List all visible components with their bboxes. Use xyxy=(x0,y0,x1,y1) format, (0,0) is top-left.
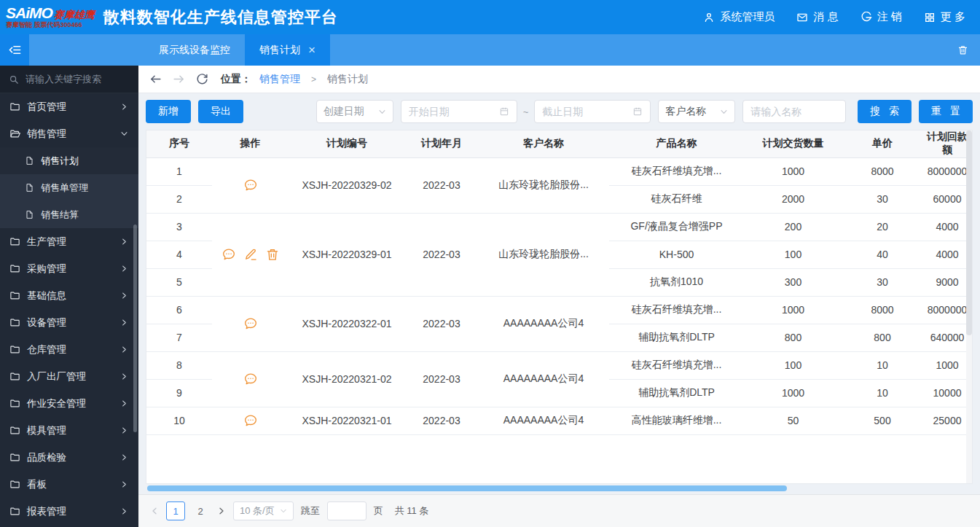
page-button-1[interactable]: 1 xyxy=(166,501,185,520)
column-header: 产品名称 xyxy=(609,130,744,157)
close-all-tabs-button[interactable] xyxy=(946,34,980,66)
cell-qty: 2000 xyxy=(744,185,842,213)
reset-button[interactable]: 重 置 xyxy=(919,100,973,123)
search-input[interactable] xyxy=(26,74,130,85)
search-button[interactable]: 搜 索 xyxy=(858,100,912,123)
chevron-down-icon xyxy=(120,130,128,138)
breadcrumb-current: 销售计划 xyxy=(327,73,368,86)
date-range-separator: ~ xyxy=(523,106,529,117)
cell-customer: AAAAAAAA公司4 xyxy=(478,351,609,407)
jump-page-input[interactable] xyxy=(327,501,366,520)
sidebar-item-sales-plan[interactable]: 销售计划 xyxy=(0,147,138,174)
folder-icon xyxy=(9,263,20,274)
folder-icon xyxy=(9,344,20,355)
cell-index: 6 xyxy=(146,296,212,324)
cell-amount: 25000 xyxy=(922,407,972,434)
horizontal-scrollbar-thumb[interactable] xyxy=(147,485,787,491)
sidebar-search xyxy=(0,66,138,93)
sidebar-item-basic-info[interactable]: 基础信息 xyxy=(0,282,138,309)
sidebar-item-warehouse-mgmt[interactable]: 仓库管理 xyxy=(0,336,138,363)
logout-button[interactable]: 注 销 xyxy=(861,10,902,24)
tab-label: 展示线设备监控 xyxy=(159,44,230,57)
sidebar-item-gate-mgmt[interactable]: 入厂出厂管理 xyxy=(0,363,138,390)
comment-icon[interactable] xyxy=(243,413,258,428)
cell-amount: 8000000 xyxy=(922,157,972,185)
sidebar-item-equipment-mgmt[interactable]: 设备管理 xyxy=(0,309,138,336)
logout-icon xyxy=(861,12,872,23)
system-admin-button[interactable]: 系统管理员 xyxy=(703,10,775,24)
sidebar: 首页管理销售管理销售计划销售单管理销售结算生产管理采购管理基础信息设备管理仓库管… xyxy=(0,66,138,527)
page-title: 散料数智化生产线信息管控平台 xyxy=(103,7,338,28)
vertical-scrollbar-thumb[interactable] xyxy=(966,130,972,335)
cell-plan-month: 2022-03 xyxy=(405,296,478,351)
app-window: SAiMO 赛摩雄鹰 赛摩智能 股票代码300466 散料数智化生产线信息管控平… xyxy=(0,0,980,527)
comment-icon[interactable] xyxy=(243,178,258,192)
tabbar-spacer xyxy=(330,34,946,66)
more-button[interactable]: 更 多 xyxy=(924,10,965,24)
tab-sales-plan[interactable]: 销售计划× xyxy=(245,34,330,66)
chevron-down-icon xyxy=(720,108,728,116)
sidebar-item-label: 仓库管理 xyxy=(27,343,66,356)
prev-page-icon[interactable] xyxy=(150,507,159,515)
cell-amount: 8000000 xyxy=(922,296,972,324)
sidebar-item-work-safety-mgmt[interactable]: 作业安全管理 xyxy=(0,390,138,417)
end-date-input[interactable] xyxy=(542,106,628,117)
sidebar-item-sales-mgmt[interactable]: 销售管理 xyxy=(0,120,138,147)
add-button[interactable]: 新增 xyxy=(146,100,191,123)
total-count-label: 共 11 条 xyxy=(395,504,429,518)
sidebar-item-report-mgmt[interactable]: 报表管理 xyxy=(0,498,138,525)
sidebar-item-purchase-mgmt[interactable]: 采购管理 xyxy=(0,255,138,282)
folder-icon xyxy=(9,371,20,382)
chevron-right-icon xyxy=(120,453,128,461)
chevron-down-icon xyxy=(280,507,287,515)
breadcrumb: 位置： 销售管理 > 销售计划 xyxy=(138,66,980,93)
column-header: 计划编号 xyxy=(289,130,405,157)
cell-product: 辅助抗氧剂DLTP xyxy=(609,324,744,351)
page-size-select[interactable]: 10 条/页 xyxy=(233,501,294,520)
export-button[interactable]: 导出 xyxy=(198,100,243,123)
folder-open-icon xyxy=(9,128,20,139)
tab-display-line-monitor[interactable]: 展示线设备监控 xyxy=(144,34,245,66)
forward-arrow-icon[interactable] xyxy=(173,73,185,85)
sidebar-item-dashboard[interactable]: 看板 xyxy=(0,471,138,498)
cell-product: 硅灰石纤维填充增... xyxy=(609,351,744,379)
breadcrumb-parent-link[interactable]: 销售管理 xyxy=(259,73,300,86)
back-arrow-icon[interactable] xyxy=(149,73,162,85)
toolbar: 新增 导出 创建日期 ~ 客户名称 xyxy=(138,93,980,130)
end-date-field xyxy=(534,100,651,123)
column-header: 序号 xyxy=(146,130,212,157)
sidebar-item-quality-check[interactable]: 品质检验 xyxy=(0,444,138,471)
comment-icon[interactable] xyxy=(222,247,236,262)
cell-product: KH-500 xyxy=(609,241,744,268)
sidebar-scrollbar[interactable] xyxy=(133,225,137,432)
sidebar-item-mold-mgmt[interactable]: 模具管理 xyxy=(0,417,138,444)
date-type-select[interactable]: 创建日期 xyxy=(316,100,393,123)
next-page-icon[interactable] xyxy=(217,507,226,515)
calendar-icon xyxy=(632,106,643,117)
cell-index: 8 xyxy=(146,351,212,379)
sidebar-item-sales-settlement[interactable]: 销售结算 xyxy=(0,201,138,228)
name-search-input[interactable] xyxy=(742,100,846,123)
sidebar-item-sales-order-mgmt[interactable]: 销售单管理 xyxy=(0,174,138,201)
customer-filter-select[interactable]: 客户名称 xyxy=(658,100,735,123)
delete-icon[interactable] xyxy=(265,247,280,262)
comment-icon[interactable] xyxy=(243,316,258,331)
refresh-icon[interactable] xyxy=(196,73,208,85)
page-button-2[interactable]: 2 xyxy=(191,501,210,520)
sidebar-item-label: 报表管理 xyxy=(27,505,66,518)
sidebar-item-label: 品质检验 xyxy=(27,451,66,464)
column-header: 操作 xyxy=(212,130,289,157)
start-date-input[interactable] xyxy=(409,106,495,117)
submenu-sales-mgmt: 销售计划销售单管理销售结算 xyxy=(0,147,138,228)
edit-icon[interactable] xyxy=(243,247,258,262)
sidebar-item-home-mgmt[interactable]: 首页管理 xyxy=(0,93,138,120)
column-header: 计划交货数量 xyxy=(744,130,842,157)
sidebar-collapse-button[interactable] xyxy=(0,34,29,66)
chevron-right-icon xyxy=(120,292,128,300)
sidebar-item-production-mgmt[interactable]: 生产管理 xyxy=(0,228,138,255)
folder-icon xyxy=(9,398,20,409)
messages-button[interactable]: 消 息 xyxy=(796,10,838,24)
close-icon[interactable]: × xyxy=(308,44,315,56)
comment-icon[interactable] xyxy=(243,372,258,386)
cell-index: 1 xyxy=(146,157,212,185)
